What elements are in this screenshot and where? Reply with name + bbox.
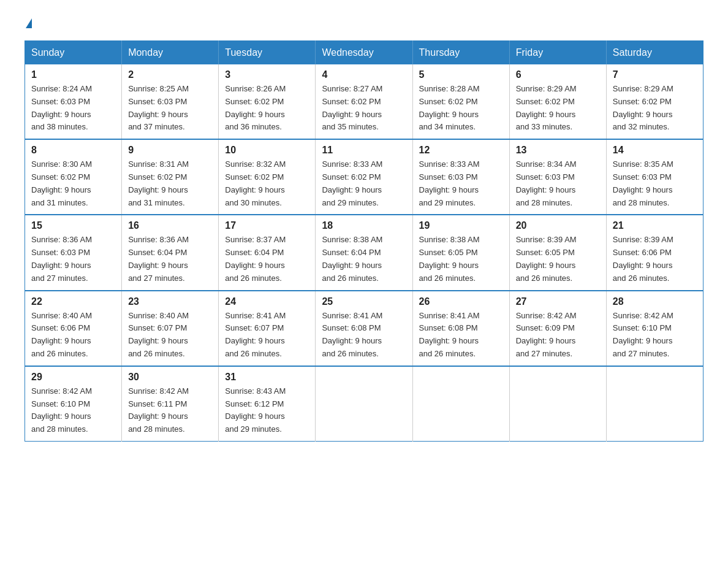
weekday-header-thursday: Thursday bbox=[412, 41, 509, 65]
day-number: 28 bbox=[613, 296, 697, 307]
day-number: 27 bbox=[516, 296, 600, 307]
day-info: Sunrise: 8:39 AM Sunset: 6:05 PM Dayligh… bbox=[516, 234, 600, 285]
day-number: 4 bbox=[322, 69, 406, 80]
day-number: 9 bbox=[128, 145, 212, 156]
day-info: Sunrise: 8:41 AM Sunset: 6:08 PM Dayligh… bbox=[322, 310, 406, 361]
calendar-day-cell: 24 Sunrise: 8:41 AM Sunset: 6:07 PM Dayl… bbox=[219, 291, 316, 366]
day-info: Sunrise: 8:37 AM Sunset: 6:04 PM Dayligh… bbox=[225, 234, 309, 285]
calendar-day-cell: 4 Sunrise: 8:27 AM Sunset: 6:02 PM Dayli… bbox=[316, 64, 412, 139]
day-info: Sunrise: 8:33 AM Sunset: 6:02 PM Dayligh… bbox=[322, 158, 406, 209]
calendar-day-cell: 13 Sunrise: 8:34 AM Sunset: 6:03 PM Dayl… bbox=[509, 139, 606, 215]
day-number: 1 bbox=[31, 69, 115, 80]
calendar-day-cell: 9 Sunrise: 8:31 AM Sunset: 6:02 PM Dayli… bbox=[122, 139, 219, 215]
day-number: 17 bbox=[225, 220, 309, 231]
calendar-day-cell: 26 Sunrise: 8:41 AM Sunset: 6:08 PM Dayl… bbox=[412, 291, 509, 366]
calendar-table: SundayMondayTuesdayWednesdayThursdayFrid… bbox=[25, 40, 703, 442]
day-info: Sunrise: 8:30 AM Sunset: 6:02 PM Dayligh… bbox=[31, 158, 115, 209]
weekday-header-friday: Friday bbox=[509, 41, 606, 65]
calendar-day-cell: 17 Sunrise: 8:37 AM Sunset: 6:04 PM Dayl… bbox=[219, 215, 316, 290]
day-info: Sunrise: 8:26 AM Sunset: 6:02 PM Dayligh… bbox=[225, 83, 309, 134]
calendar-day-cell: 21 Sunrise: 8:39 AM Sunset: 6:06 PM Dayl… bbox=[606, 215, 703, 290]
weekday-header-tuesday: Tuesday bbox=[219, 41, 316, 65]
day-number: 19 bbox=[419, 220, 503, 231]
day-info: Sunrise: 8:32 AM Sunset: 6:02 PM Dayligh… bbox=[225, 158, 309, 209]
day-info: Sunrise: 8:38 AM Sunset: 6:05 PM Dayligh… bbox=[419, 234, 503, 285]
day-info: Sunrise: 8:41 AM Sunset: 6:07 PM Dayligh… bbox=[225, 310, 309, 361]
calendar-day-cell bbox=[606, 366, 703, 442]
weekday-header-monday: Monday bbox=[122, 41, 219, 65]
day-info: Sunrise: 8:42 AM Sunset: 6:11 PM Dayligh… bbox=[128, 385, 212, 436]
day-number: 31 bbox=[225, 372, 309, 383]
day-info: Sunrise: 8:36 AM Sunset: 6:04 PM Dayligh… bbox=[128, 234, 212, 285]
day-info: Sunrise: 8:27 AM Sunset: 6:02 PM Dayligh… bbox=[322, 83, 406, 134]
calendar-day-cell: 5 Sunrise: 8:28 AM Sunset: 6:02 PM Dayli… bbox=[412, 64, 509, 139]
calendar-day-cell: 2 Sunrise: 8:25 AM Sunset: 6:03 PM Dayli… bbox=[122, 64, 219, 139]
day-number: 10 bbox=[225, 145, 309, 156]
day-number: 25 bbox=[322, 296, 406, 307]
calendar-day-cell: 31 Sunrise: 8:43 AM Sunset: 6:12 PM Dayl… bbox=[219, 366, 316, 442]
day-number: 11 bbox=[322, 145, 406, 156]
weekday-header-sunday: Sunday bbox=[25, 41, 122, 65]
day-info: Sunrise: 8:35 AM Sunset: 6:03 PM Dayligh… bbox=[613, 158, 697, 209]
day-number: 13 bbox=[516, 145, 600, 156]
calendar-day-cell: 10 Sunrise: 8:32 AM Sunset: 6:02 PM Dayl… bbox=[219, 139, 316, 215]
day-info: Sunrise: 8:31 AM Sunset: 6:02 PM Dayligh… bbox=[128, 158, 212, 209]
calendar-week-row: 22 Sunrise: 8:40 AM Sunset: 6:06 PM Dayl… bbox=[25, 291, 703, 366]
day-number: 30 bbox=[128, 372, 212, 383]
day-number: 12 bbox=[419, 145, 503, 156]
day-info: Sunrise: 8:41 AM Sunset: 6:08 PM Dayligh… bbox=[419, 310, 503, 361]
day-info: Sunrise: 8:29 AM Sunset: 6:02 PM Dayligh… bbox=[613, 83, 697, 134]
day-number: 8 bbox=[31, 145, 115, 156]
calendar-day-cell: 27 Sunrise: 8:42 AM Sunset: 6:09 PM Dayl… bbox=[509, 291, 606, 366]
day-number: 21 bbox=[613, 220, 697, 231]
day-info: Sunrise: 8:39 AM Sunset: 6:06 PM Dayligh… bbox=[613, 234, 697, 285]
day-info: Sunrise: 8:28 AM Sunset: 6:02 PM Dayligh… bbox=[419, 83, 503, 134]
day-info: Sunrise: 8:42 AM Sunset: 6:10 PM Dayligh… bbox=[31, 385, 115, 436]
day-info: Sunrise: 8:34 AM Sunset: 6:03 PM Dayligh… bbox=[516, 158, 600, 209]
day-number: 24 bbox=[225, 296, 309, 307]
day-info: Sunrise: 8:24 AM Sunset: 6:03 PM Dayligh… bbox=[31, 83, 115, 134]
day-number: 2 bbox=[128, 69, 212, 80]
day-number: 29 bbox=[31, 372, 115, 383]
calendar-day-cell: 18 Sunrise: 8:38 AM Sunset: 6:04 PM Dayl… bbox=[316, 215, 412, 290]
calendar-day-cell bbox=[412, 366, 509, 442]
day-info: Sunrise: 8:36 AM Sunset: 6:03 PM Dayligh… bbox=[31, 234, 115, 285]
calendar-day-cell: 14 Sunrise: 8:35 AM Sunset: 6:03 PM Dayl… bbox=[606, 139, 703, 215]
day-info: Sunrise: 8:33 AM Sunset: 6:03 PM Dayligh… bbox=[419, 158, 503, 209]
calendar-day-cell: 20 Sunrise: 8:39 AM Sunset: 6:05 PM Dayl… bbox=[509, 215, 606, 290]
day-info: Sunrise: 8:25 AM Sunset: 6:03 PM Dayligh… bbox=[128, 83, 212, 134]
calendar-day-cell: 8 Sunrise: 8:30 AM Sunset: 6:02 PM Dayli… bbox=[25, 139, 122, 215]
calendar-week-row: 1 Sunrise: 8:24 AM Sunset: 6:03 PM Dayli… bbox=[25, 64, 703, 139]
calendar-week-row: 8 Sunrise: 8:30 AM Sunset: 6:02 PM Dayli… bbox=[25, 139, 703, 215]
calendar-day-cell: 1 Sunrise: 8:24 AM Sunset: 6:03 PM Dayli… bbox=[25, 64, 122, 139]
calendar-day-cell: 23 Sunrise: 8:40 AM Sunset: 6:07 PM Dayl… bbox=[122, 291, 219, 366]
day-number: 5 bbox=[419, 69, 503, 80]
calendar-day-cell: 29 Sunrise: 8:42 AM Sunset: 6:10 PM Dayl… bbox=[25, 366, 122, 442]
logo-triangle-icon bbox=[26, 18, 32, 28]
weekday-header-saturday: Saturday bbox=[606, 41, 703, 65]
calendar-day-cell: 3 Sunrise: 8:26 AM Sunset: 6:02 PM Dayli… bbox=[219, 64, 316, 139]
day-number: 16 bbox=[128, 220, 212, 231]
day-number: 3 bbox=[225, 69, 309, 80]
calendar-day-cell bbox=[316, 366, 412, 442]
calendar-day-cell: 30 Sunrise: 8:42 AM Sunset: 6:11 PM Dayl… bbox=[122, 366, 219, 442]
page-header bbox=[25, 18, 703, 28]
day-number: 22 bbox=[31, 296, 115, 307]
day-number: 6 bbox=[516, 69, 600, 80]
day-number: 26 bbox=[419, 296, 503, 307]
calendar-day-cell: 7 Sunrise: 8:29 AM Sunset: 6:02 PM Dayli… bbox=[606, 64, 703, 139]
calendar-week-row: 15 Sunrise: 8:36 AM Sunset: 6:03 PM Dayl… bbox=[25, 215, 703, 290]
calendar-day-cell: 11 Sunrise: 8:33 AM Sunset: 6:02 PM Dayl… bbox=[316, 139, 412, 215]
calendar-day-cell: 25 Sunrise: 8:41 AM Sunset: 6:08 PM Dayl… bbox=[316, 291, 412, 366]
day-info: Sunrise: 8:42 AM Sunset: 6:09 PM Dayligh… bbox=[516, 310, 600, 361]
calendar-day-cell: 16 Sunrise: 8:36 AM Sunset: 6:04 PM Dayl… bbox=[122, 215, 219, 290]
calendar-day-cell: 6 Sunrise: 8:29 AM Sunset: 6:02 PM Dayli… bbox=[509, 64, 606, 139]
day-number: 23 bbox=[128, 296, 212, 307]
day-number: 14 bbox=[613, 145, 697, 156]
calendar-day-cell: 28 Sunrise: 8:42 AM Sunset: 6:10 PM Dayl… bbox=[606, 291, 703, 366]
day-info: Sunrise: 8:40 AM Sunset: 6:06 PM Dayligh… bbox=[31, 310, 115, 361]
day-info: Sunrise: 8:42 AM Sunset: 6:10 PM Dayligh… bbox=[613, 310, 697, 361]
calendar-day-cell bbox=[509, 366, 606, 442]
logo bbox=[25, 18, 32, 28]
day-number: 7 bbox=[613, 69, 697, 80]
